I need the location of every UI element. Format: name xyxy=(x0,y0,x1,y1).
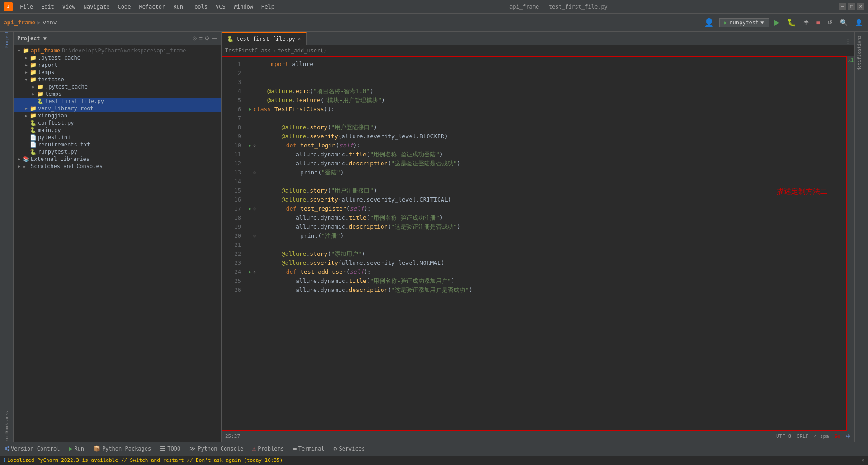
tree-item-runpytest[interactable]: ▶ 🐍 runpytest.py xyxy=(14,148,221,155)
run-button[interactable]: ▶ xyxy=(773,17,782,28)
maximize-button[interactable]: □ xyxy=(848,3,855,10)
project-view-icon[interactable]: Project xyxy=(1,33,13,45)
run-tool-button[interactable]: ▶ Run xyxy=(65,444,88,453)
tab-file-icon: 🐍 xyxy=(227,36,234,42)
tree-item-conftest[interactable]: ▶ 🐍 conftest.py xyxy=(14,119,221,127)
code-line-5: ▶ @allure.feature("模块-用户管理模块") xyxy=(247,96,847,105)
req-file-icon: 📄 xyxy=(30,141,38,148)
run-arrow-24[interactable]: ▶ xyxy=(249,268,251,277)
notifications-label[interactable]: Notifications xyxy=(855,32,863,74)
code-text-24: def test_add_user(self): xyxy=(258,268,371,277)
tree-item-pytest-ini[interactable]: ▶ 📄 pytest.ini xyxy=(14,134,221,141)
menu-help[interactable]: Help xyxy=(258,3,278,11)
tree-item-venv-library[interactable]: ▶ 📁 venv_library root xyxy=(14,105,221,112)
error-stripe: △1 xyxy=(847,56,854,65)
tree-item-report[interactable]: ▶ 📁 report xyxy=(14,61,221,69)
project-action-scope[interactable]: ⊙ xyxy=(192,35,197,42)
todo-button[interactable]: ☰ TODO xyxy=(156,444,184,453)
window-controls: ─ □ ✕ xyxy=(839,3,864,10)
tab-close-icon[interactable]: ✕ xyxy=(298,36,301,41)
menu-tools[interactable]: Tools xyxy=(188,3,211,11)
code-line-21 xyxy=(247,240,847,249)
tree-root[interactable]: ▼ 📁 api_frame D:\develop\PyCharm\workspa… xyxy=(14,47,221,54)
tree-item-external-libs[interactable]: ▶ 📚 External Libraries xyxy=(14,155,221,163)
code-line-25: ▶ allure.dynamic.title("用例名称-验证成功添加用户") xyxy=(247,277,847,286)
toolbar-user-icon[interactable]: 👤 xyxy=(702,17,716,28)
debug-button[interactable]: 🐛 xyxy=(785,17,798,28)
menu-window[interactable]: Window xyxy=(230,3,257,11)
menu-file[interactable]: File xyxy=(16,3,37,11)
stop-button[interactable]: ■ xyxy=(815,18,822,27)
coverage-button[interactable]: ☂ xyxy=(802,18,811,27)
status-indent: 4 spa xyxy=(814,433,829,439)
editor-tab-active[interactable]: 🐍 test_first_file.py ✕ xyxy=(222,32,307,45)
code-text-19: allure.dynamic.description("这是验证注册是否成功") xyxy=(253,222,461,231)
tree-item-scratches[interactable]: ▶ ✏️ Scratches and Consoles xyxy=(14,163,221,170)
code-line-16: ▶ @allure.severity(allure.severity_level… xyxy=(247,195,847,204)
profile-button[interactable]: 👤 xyxy=(853,18,864,27)
terminal-button[interactable]: ▬ Terminal xyxy=(289,444,328,453)
code-line-6: ▶ class TestFirstClass(): xyxy=(247,105,847,114)
tc-pytest-cache-arrow-icon: ▶ xyxy=(30,85,37,89)
run-config-arrow: ▼ xyxy=(760,19,764,26)
todo-label: TODO xyxy=(167,446,180,452)
problems-button[interactable]: ⚠ Problems xyxy=(249,444,288,453)
code-line-4: ▶ @allure.epic("项目名称-智考1.0") xyxy=(247,87,847,96)
python-packages-button[interactable]: 📦 Python Packages xyxy=(90,444,155,453)
close-button[interactable]: ✕ xyxy=(857,3,864,10)
project-action-collapse[interactable]: ≡ xyxy=(199,35,203,42)
menu-navigate[interactable]: Navigate xyxy=(80,3,113,11)
run-arrow-10[interactable]: ▶ xyxy=(249,141,251,150)
minimize-button[interactable]: ─ xyxy=(839,3,846,10)
menu-refactor[interactable]: Refactor xyxy=(135,3,169,11)
req-label: requirements.txt xyxy=(38,141,90,148)
python-console-button[interactable]: ≫ Python Console xyxy=(186,444,247,453)
run-arrow-17[interactable]: ▶ xyxy=(249,204,251,213)
tree-item-testcase-temps[interactable]: ▶ 📁 temps xyxy=(14,90,221,98)
report-folder-icon: 📁 xyxy=(30,62,38,68)
tree-item-testcase[interactable]: ▼ 📁 testcase xyxy=(14,76,221,83)
run-arrow-6[interactable]: ▶ xyxy=(249,105,251,114)
menu-view[interactable]: View xyxy=(59,3,79,11)
search-everywhere-button[interactable]: 🔍 xyxy=(838,18,849,27)
code-content[interactable]: ▶ import allure ▶ @allure.epi xyxy=(243,56,847,431)
root-folder-icon: 📁 xyxy=(23,47,31,54)
root-label: api_frame xyxy=(31,47,60,54)
run-config-selector[interactable]: ▶ runpytest ▼ xyxy=(719,18,769,27)
code-text-7 xyxy=(249,114,252,123)
info-dismiss-icon[interactable]: ✕ xyxy=(861,457,864,463)
status-left: 25:27 xyxy=(225,433,240,439)
rerun-button[interactable]: ↺ xyxy=(826,18,835,27)
version-control-button[interactable]: ⑆ Version Control xyxy=(2,444,63,453)
menu-code[interactable]: Code xyxy=(114,3,135,11)
tabs-more-button[interactable]: ⋮ xyxy=(841,38,854,45)
project-action-hide[interactable]: — xyxy=(212,35,217,42)
code-line-22: ▶ @allure.story("添加用户") xyxy=(247,249,847,258)
menu-vcs[interactable]: VCS xyxy=(212,3,229,11)
structure-icon[interactable]: Structure xyxy=(1,430,13,442)
code-line-19: ▶ allure.dynamic.description("这是验证注册是否成功… xyxy=(247,222,847,231)
tree-item-testcase-pytest-cache[interactable]: ▶ 📁 .pytest_cache xyxy=(14,83,221,90)
status-line-ending: CRLF xyxy=(797,433,809,439)
menu-edit[interactable]: Edit xyxy=(38,3,58,11)
tree-item-test-first-file[interactable]: ▶ 🐍 test_first_file.py xyxy=(14,98,221,105)
tree-item-requirements[interactable]: ▶ 📄 requirements.txt xyxy=(14,141,221,148)
xj-arrow-icon: ▶ xyxy=(23,113,30,118)
menu-run[interactable]: Run xyxy=(170,3,187,11)
code-text-8: @allure.story("用户登陆接口") xyxy=(253,123,377,132)
code-text-26: allure.dynamic.description("这是验证添加用户是否成功… xyxy=(253,286,472,295)
tree-item-temps[interactable]: ▶ 📁 temps xyxy=(14,69,221,76)
tc-pytest-cache-folder-icon: 📁 xyxy=(37,84,45,90)
code-line-24: ▶ ◇ def test_add_user(self): xyxy=(247,268,847,277)
tc-pytest-cache-label: .pytest_cache xyxy=(45,84,88,90)
services-button[interactable]: ⚙ Services xyxy=(330,444,369,453)
tree-item-pytest-cache-root[interactable]: ▶ 📁 .pytest_cache xyxy=(14,54,221,61)
code-editor[interactable]: 描述定制方法二 1 2 3 4 5 6 7 8 9 10 11 12 13 14 xyxy=(222,56,854,431)
ext-libs-arrow-icon: ▶ xyxy=(15,157,23,161)
pytest-cache-label: .pytest_cache xyxy=(38,55,80,61)
line-numbers: 1 2 3 4 5 6 7 8 9 10 11 12 13 14 15 16 1 xyxy=(222,56,243,431)
tree-item-xiongjian[interactable]: ▶ 📁 xiongjian xyxy=(14,112,221,119)
tree-item-main[interactable]: ▶ 🐍 main.py xyxy=(14,127,221,134)
code-text-22: @allure.story("添加用户") xyxy=(253,249,365,258)
project-action-settings[interactable]: ⚙ xyxy=(204,35,210,42)
